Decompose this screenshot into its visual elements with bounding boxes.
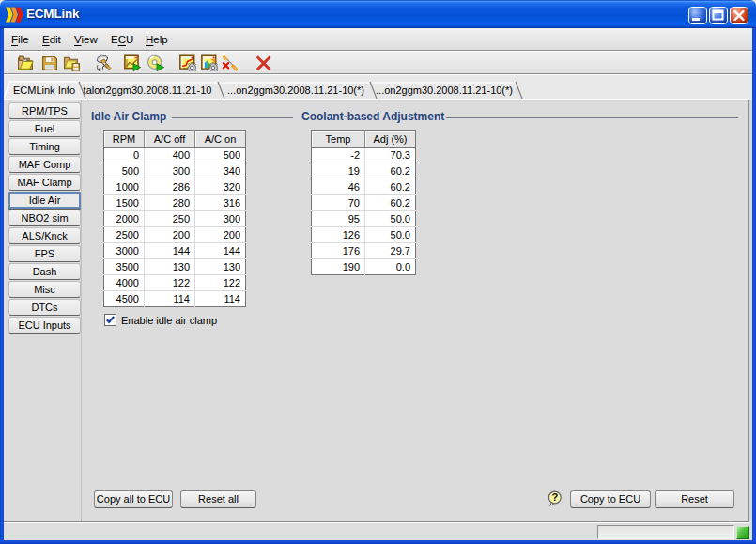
svg-text:...on2ggm30.2008.11.21-10(*): ...on2ggm30.2008.11.21-10(*) [376,85,513,96]
svg-text:talon2ggm30.2008.11.21-10: talon2ggm30.2008.11.21-10 [84,85,212,96]
svg-text:?: ? [552,491,559,503]
svg-text:ECMLink Info: ECMLink Info [13,85,75,96]
svg-text:...on2ggm30.2008.11.21-10(*): ...on2ggm30.2008.11.21-10(*) [227,85,364,96]
